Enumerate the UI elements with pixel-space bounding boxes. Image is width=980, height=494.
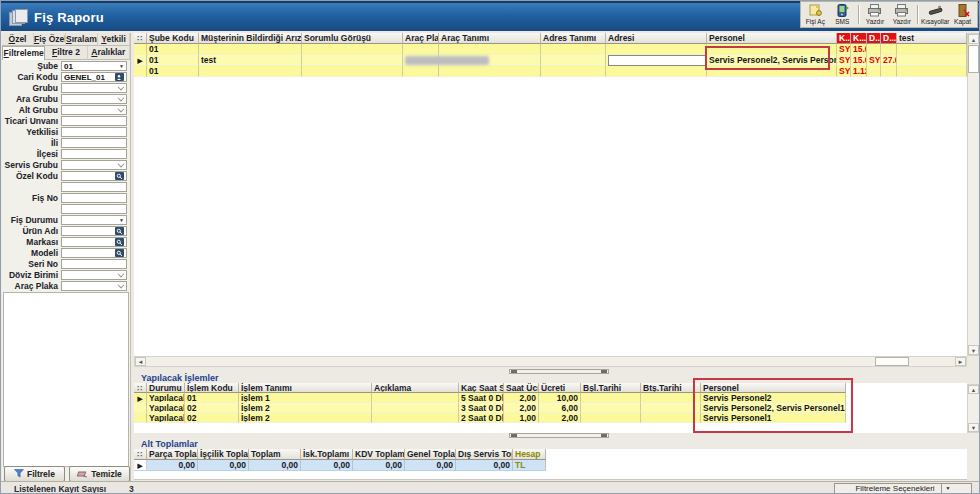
servis-grubu-select[interactable] [61,160,127,170]
col-durumu[interactable]: Durumu [147,383,185,393]
col-k2[interactable]: K... [851,33,867,44]
col-arac-plaka[interactable]: Araç Plaka [403,33,439,44]
sms-button[interactable]: SMS [829,3,856,26]
adresi-inline-editor[interactable] [608,55,706,66]
tab-yetkili[interactable]: Yetkili [98,33,130,46]
grubu-select[interactable] [61,83,127,93]
scroll-up-icon[interactable]: ▲ [968,34,979,44]
modeli-input[interactable] [61,248,127,258]
table-row[interactable]: 01 SYS 15.0 [134,44,967,55]
totals-grid-panel: ∷ Parça Toplamı İşçilik Toplamı Toplam İ… [134,449,967,480]
col-hesap[interactable]: Hesap [513,449,546,460]
ozel-kodu-input[interactable] [61,171,127,181]
detail-section-title: Yapılacak İşlemler [141,373,219,383]
ili-input[interactable] [61,138,127,148]
col-adres-tanimi[interactable]: Adres Tanımı [541,33,606,44]
col-d2[interactable]: D... [881,33,897,44]
fis-no-input[interactable] [61,193,127,203]
ara-grubu-select[interactable] [61,94,127,104]
col-kac-saat-surdu[interactable]: Kaç Saat Sürdü [459,383,504,393]
filter-funnel-icon [14,469,24,480]
shortcuts-button[interactable]: Kısayollar [921,3,949,26]
clear-button[interactable]: Temizle [69,466,130,482]
fis-durumu-select[interactable]: ▼ [61,215,127,225]
tab-siralama[interactable]: Sıralama [66,33,98,46]
detail-horizontal-scrollbar-bottom[interactable] [509,433,609,438]
print-button-2[interactable]: Yazdır [888,3,915,26]
tab-fis-ozel[interactable]: Fiş Özel [34,33,66,46]
close-door-icon [955,4,970,17]
search-icon [115,172,124,180]
col-islem-tanimi[interactable]: İşlem Tanımı [239,383,372,393]
scroll-up-icon[interactable]: ▲ [968,385,979,394]
alt-grubu-select[interactable] [61,105,127,115]
col-islem-kodu[interactable]: İşlem Kodu [185,383,239,393]
col-sube-kodu[interactable]: Şube Kodu [147,33,199,44]
ili-label: İli [2,138,61,148]
table-row[interactable]: 01 SYS 1.12 [134,66,967,77]
yetkilisi-input[interactable] [61,127,127,137]
doviz-birimi-select[interactable] [61,270,127,280]
urun-adi-label: Ürün Adı [2,226,61,236]
col-personel[interactable]: Personel [707,33,837,44]
detail-vertical-scrollbar[interactable]: ▲ ▼ [967,384,980,433]
fis-durumu-label: Fiş Durumu [2,215,61,225]
col-saat-ucreti[interactable]: Saat Ücreti [504,383,539,393]
ticari-unvani-input[interactable] [61,116,127,126]
tab-filtre-2[interactable]: Filtre 2 [45,46,87,60]
printer-icon [867,4,882,17]
col-bts-tarihi[interactable]: Btş.Tarihi [641,383,701,393]
col-arac-tanimi[interactable]: Araç Tanımı [439,33,541,44]
scroll-down-icon[interactable]: ▼ [968,345,979,355]
scroll-left-icon[interactable]: ◄ [135,357,146,366]
col-sorumlu-gorusu[interactable]: Sorumlu Görüşü [302,33,403,44]
unlabeled-input-2[interactable] [61,204,127,214]
scrollbar-thumb[interactable] [875,357,909,366]
tab-araliklar[interactable]: Aralıklar [88,46,130,60]
col-iscilik-toplami[interactable]: İşçilik Toplamı [198,449,249,460]
unlabeled-input-1[interactable] [61,182,127,192]
report-pages-icon [9,9,27,25]
col-k1[interactable]: K... [837,33,851,44]
urun-adi-input[interactable] [61,226,127,236]
chevron-down-icon [118,95,125,102]
sube-select[interactable]: 01▼ [61,61,127,71]
totals-row[interactable]: ▶ 0,00 0,00 0,00 0,00 0,00 0,00 0,00 TL [134,460,967,471]
detail-horizontal-scrollbar-top[interactable] [509,369,609,374]
print-button-1[interactable]: Yazdır [862,3,889,26]
chevron-down-icon [118,271,125,278]
scrollbar-thumb[interactable] [968,45,979,73]
markasi-input[interactable] [61,237,127,247]
seri-no-input[interactable] [61,259,127,269]
filter-options-button[interactable]: Filtreleme Seçenekleri ▼ [834,483,972,494]
scroll-down-icon[interactable]: ▼ [968,423,979,432]
col-bsl-tarihi[interactable]: Bşl.Tarihi [581,383,641,393]
col-test[interactable]: test [897,33,967,44]
col-adresi[interactable]: Adresi [606,33,707,44]
ilcesi-input[interactable] [61,149,127,159]
table-row-selected[interactable]: ▶ 01 test Servis Personel2, Servis Perso… [134,55,967,66]
col-musterinin-bildirdigi-ariza[interactable]: Müşterinin Bildirdiği Arıza [199,33,302,44]
close-button[interactable]: Kapat [949,3,976,26]
horizontal-scrollbar[interactable]: ◄ ► [134,356,967,367]
col-aciklama[interactable]: Açıklama [372,383,459,393]
search-icon [115,249,124,257]
col-dis-servis-toplami[interactable]: Dış Servis Toplamı [456,449,513,460]
arac-plaka-select[interactable] [61,281,127,291]
tab-filtreleme[interactable]: Filtreleme [2,46,45,60]
vertical-scrollbar[interactable]: ▲ ▼ [967,33,980,356]
seri-no-label: Seri No [2,259,61,269]
col-kdv-toplami[interactable]: KDV Toplamı [353,449,405,460]
open-receipt-button[interactable]: Fişi Aç [802,3,829,26]
col-toplam[interactable]: Toplam [249,449,301,460]
col-genel-toplam[interactable]: Genel Toplam [405,449,456,460]
filter-button[interactable]: Filtrele [4,466,65,482]
col-d1[interactable]: D... [867,33,881,44]
col-isk-toplami[interactable]: İsk.Toplamı [301,449,353,460]
cari-kodu-input[interactable]: GENEL_01 [61,72,127,82]
col-parca-toplami[interactable]: Parça Toplamı [147,449,198,460]
col-ucreti[interactable]: Ücreti [539,383,581,393]
tab-ozel[interactable]: Özel [2,33,34,46]
chevron-down-icon [118,84,125,91]
scroll-right-icon[interactable]: ► [955,357,966,366]
